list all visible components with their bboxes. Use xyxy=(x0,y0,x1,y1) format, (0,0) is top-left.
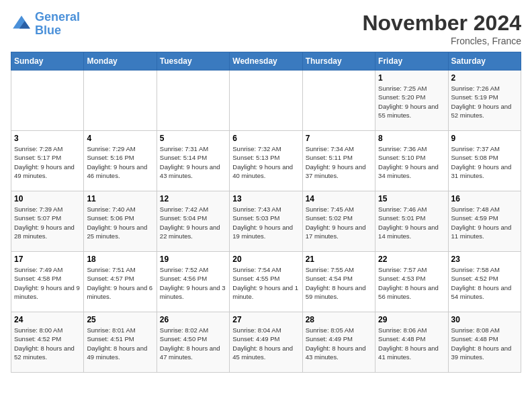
calendar-cell: 8Sunrise: 7:36 AM Sunset: 5:10 PM Daylig… xyxy=(375,131,448,191)
day-info: Sunrise: 7:55 AM Sunset: 4:54 PM Dayligh… xyxy=(306,265,372,301)
calendar-cell: 26Sunrise: 8:02 AM Sunset: 4:50 PM Dayli… xyxy=(157,312,229,373)
day-number: 20 xyxy=(232,255,299,264)
calendar-cell: 23Sunrise: 7:58 AM Sunset: 4:52 PM Dayli… xyxy=(448,252,521,312)
day-info: Sunrise: 8:08 AM Sunset: 4:48 PM Dayligh… xyxy=(451,326,518,361)
day-number: 8 xyxy=(378,134,445,143)
logo-text: General Blue xyxy=(35,11,80,38)
day-number: 5 xyxy=(160,134,226,143)
header-thursday: Thursday xyxy=(302,52,375,71)
calendar-cell: 22Sunrise: 7:57 AM Sunset: 4:53 PM Dayli… xyxy=(375,252,448,312)
calendar-cell: 4Sunrise: 7:29 AM Sunset: 5:16 PM Daylig… xyxy=(84,131,157,191)
page-header: General Blue November 2024 Froncles, Fra… xyxy=(11,11,521,46)
calendar-cell: 19Sunrise: 7:52 AM Sunset: 4:56 PM Dayli… xyxy=(157,252,229,312)
day-info: Sunrise: 7:58 AM Sunset: 4:52 PM Dayligh… xyxy=(451,265,518,301)
day-number: 22 xyxy=(378,255,445,264)
calendar-cell: 6Sunrise: 7:32 AM Sunset: 5:13 PM Daylig… xyxy=(230,131,302,191)
day-info: Sunrise: 7:42 AM Sunset: 5:04 PM Dayligh… xyxy=(160,205,226,240)
calendar-cell: 21Sunrise: 7:55 AM Sunset: 4:54 PM Dayli… xyxy=(302,252,375,312)
day-info: Sunrise: 8:01 AM Sunset: 4:51 PM Dayligh… xyxy=(87,326,153,361)
day-number: 27 xyxy=(232,315,299,324)
calendar-header: SundayMondayTuesdayWednesdayThursdayFrid… xyxy=(11,52,521,71)
day-info: Sunrise: 7:39 AM Sunset: 5:07 PM Dayligh… xyxy=(14,205,81,240)
title-area: November 2024 Froncles, France xyxy=(362,11,521,46)
location-subtitle: Froncles, France xyxy=(362,36,521,46)
month-title: November 2024 xyxy=(362,11,521,36)
day-info: Sunrise: 7:43 AM Sunset: 5:03 PM Dayligh… xyxy=(232,205,299,240)
calendar-cell: 29Sunrise: 8:06 AM Sunset: 4:48 PM Dayli… xyxy=(375,312,448,373)
day-info: Sunrise: 7:48 AM Sunset: 4:59 PM Dayligh… xyxy=(451,205,518,240)
week-row-2: 10Sunrise: 7:39 AM Sunset: 5:07 PM Dayli… xyxy=(11,191,521,252)
week-row-4: 24Sunrise: 8:00 AM Sunset: 4:52 PM Dayli… xyxy=(11,312,521,373)
day-number: 10 xyxy=(14,194,81,203)
calendar-table: SundayMondayTuesdayWednesdayThursdayFrid… xyxy=(11,52,521,373)
calendar-cell: 25Sunrise: 8:01 AM Sunset: 4:51 PM Dayli… xyxy=(84,312,157,373)
day-number: 26 xyxy=(160,315,226,324)
day-number: 12 xyxy=(160,194,226,203)
calendar-cell: 15Sunrise: 7:46 AM Sunset: 5:01 PM Dayli… xyxy=(375,191,448,252)
calendar-cell xyxy=(230,71,302,131)
day-info: Sunrise: 7:25 AM Sunset: 5:20 PM Dayligh… xyxy=(378,84,445,120)
header-wednesday: Wednesday xyxy=(230,52,302,71)
day-number: 24 xyxy=(14,315,81,324)
calendar-cell: 18Sunrise: 7:51 AM Sunset: 4:57 PM Dayli… xyxy=(84,252,157,312)
header-friday: Friday xyxy=(375,52,448,71)
calendar-cell: 13Sunrise: 7:43 AM Sunset: 5:03 PM Dayli… xyxy=(230,191,302,252)
calendar-cell: 10Sunrise: 7:39 AM Sunset: 5:07 PM Dayli… xyxy=(11,191,84,252)
day-info: Sunrise: 7:34 AM Sunset: 5:11 PM Dayligh… xyxy=(306,144,372,180)
day-info: Sunrise: 7:54 AM Sunset: 4:55 PM Dayligh… xyxy=(232,265,299,301)
day-number: 25 xyxy=(87,315,153,324)
day-number: 18 xyxy=(87,255,153,264)
week-row-1: 3Sunrise: 7:28 AM Sunset: 5:17 PM Daylig… xyxy=(11,131,521,191)
day-info: Sunrise: 8:05 AM Sunset: 4:49 PM Dayligh… xyxy=(306,326,372,361)
day-info: Sunrise: 7:57 AM Sunset: 4:53 PM Dayligh… xyxy=(378,265,445,301)
day-info: Sunrise: 7:37 AM Sunset: 5:08 PM Dayligh… xyxy=(451,144,518,180)
day-number: 30 xyxy=(451,315,518,324)
day-info: Sunrise: 7:49 AM Sunset: 4:58 PM Dayligh… xyxy=(14,265,81,301)
day-info: Sunrise: 7:52 AM Sunset: 4:56 PM Dayligh… xyxy=(160,265,226,301)
calendar-cell xyxy=(157,71,229,131)
day-number: 28 xyxy=(306,315,372,324)
calendar-cell: 17Sunrise: 7:49 AM Sunset: 4:58 PM Dayli… xyxy=(11,252,84,312)
day-info: Sunrise: 8:02 AM Sunset: 4:50 PM Dayligh… xyxy=(160,326,226,361)
calendar-cell xyxy=(84,71,157,131)
logo-icon xyxy=(11,13,32,35)
calendar-cell: 12Sunrise: 7:42 AM Sunset: 5:04 PM Dayli… xyxy=(157,191,229,252)
week-row-3: 17Sunrise: 7:49 AM Sunset: 4:58 PM Dayli… xyxy=(11,252,521,312)
day-number: 13 xyxy=(232,194,299,203)
calendar-cell: 30Sunrise: 8:08 AM Sunset: 4:48 PM Dayli… xyxy=(448,312,521,373)
calendar-cell: 27Sunrise: 8:04 AM Sunset: 4:49 PM Dayli… xyxy=(230,312,302,373)
day-number: 19 xyxy=(160,255,226,264)
day-info: Sunrise: 8:04 AM Sunset: 4:49 PM Dayligh… xyxy=(232,326,299,361)
day-number: 6 xyxy=(232,134,299,143)
day-number: 23 xyxy=(451,255,518,264)
day-number: 9 xyxy=(451,134,518,143)
day-info: Sunrise: 7:26 AM Sunset: 5:19 PM Dayligh… xyxy=(451,84,518,120)
calendar-cell xyxy=(11,71,84,131)
day-number: 2 xyxy=(451,73,518,83)
calendar-cell: 11Sunrise: 7:40 AM Sunset: 5:06 PM Dayli… xyxy=(84,191,157,252)
day-info: Sunrise: 7:51 AM Sunset: 4:57 PM Dayligh… xyxy=(87,265,153,301)
calendar-cell: 20Sunrise: 7:54 AM Sunset: 4:55 PM Dayli… xyxy=(230,252,302,312)
day-info: Sunrise: 7:31 AM Sunset: 5:14 PM Dayligh… xyxy=(160,144,226,180)
day-number: 15 xyxy=(378,194,445,203)
calendar-cell: 24Sunrise: 8:00 AM Sunset: 4:52 PM Dayli… xyxy=(11,312,84,373)
day-info: Sunrise: 8:06 AM Sunset: 4:48 PM Dayligh… xyxy=(378,326,445,361)
header-saturday: Saturday xyxy=(448,52,521,71)
day-number: 16 xyxy=(451,194,518,203)
day-info: Sunrise: 7:45 AM Sunset: 5:02 PM Dayligh… xyxy=(306,205,372,240)
day-number: 11 xyxy=(87,194,153,203)
day-number: 21 xyxy=(306,255,372,264)
calendar-cell: 16Sunrise: 7:48 AM Sunset: 4:59 PM Dayli… xyxy=(448,191,521,252)
day-number: 4 xyxy=(87,134,153,143)
logo-blue: Blue xyxy=(35,24,61,37)
day-number: 17 xyxy=(14,255,81,264)
calendar-body: 1Sunrise: 7:25 AM Sunset: 5:20 PM Daylig… xyxy=(11,71,521,373)
calendar-cell xyxy=(302,71,375,131)
day-info: Sunrise: 7:29 AM Sunset: 5:16 PM Dayligh… xyxy=(87,144,153,180)
week-row-0: 1Sunrise: 7:25 AM Sunset: 5:20 PM Daylig… xyxy=(11,71,521,131)
day-number: 14 xyxy=(306,194,372,203)
header-row: SundayMondayTuesdayWednesdayThursdayFrid… xyxy=(11,52,521,71)
day-info: Sunrise: 7:46 AM Sunset: 5:01 PM Dayligh… xyxy=(378,205,445,240)
header-tuesday: Tuesday xyxy=(157,52,229,71)
header-monday: Monday xyxy=(84,52,157,71)
